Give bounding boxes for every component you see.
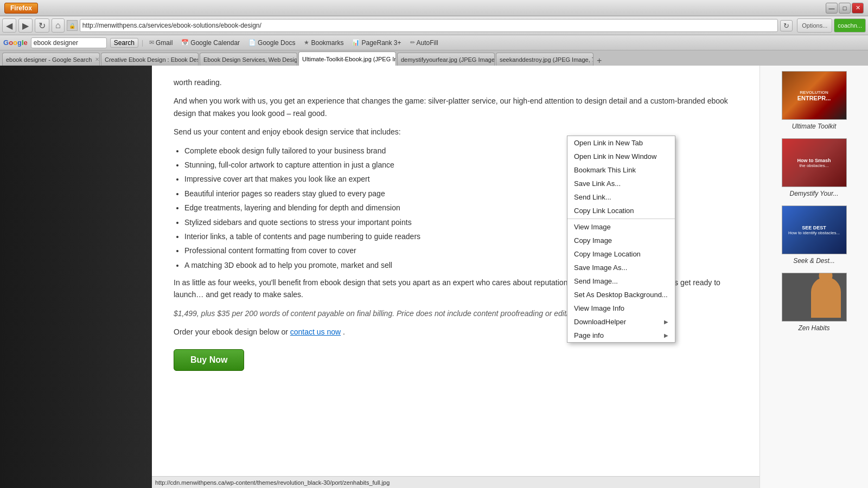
- main-area: worth reading. And when you work with us…: [0, 66, 868, 488]
- refresh-button[interactable]: ↻: [35, 18, 49, 33]
- cm-send-link[interactable]: Send Link...: [567, 190, 675, 204]
- home-button[interactable]: ⌂: [52, 18, 65, 33]
- bookmark-docs[interactable]: 📄 Google Docs: [246, 38, 298, 48]
- cm-view-image[interactable]: View Image: [567, 220, 675, 234]
- bookmark-bookmarks[interactable]: ★ Bookmarks: [301, 38, 346, 48]
- tab-2[interactable]: Ebook Design Services, Web Design S... ✕: [200, 53, 297, 66]
- sidebar-item-ultimate: REVOLUTION ENTREPR... Ultimate Toolkit: [765, 71, 863, 130]
- google-search-input[interactable]: ebook designer: [31, 37, 107, 48]
- cm-copy-image-location[interactable]: Copy Image Location: [567, 247, 675, 261]
- bookmark-calendar[interactable]: 📅 Google Calendar: [178, 38, 242, 48]
- cm-download-helper[interactable]: DownloadHelper ▶: [567, 315, 675, 329]
- back-button[interactable]: ◀: [2, 18, 16, 33]
- title-bar: Firefox — □ ✕: [0, 0, 868, 16]
- gmail-icon: ✉: [149, 39, 154, 46]
- demystify-cover: How to Smash the obstacles...: [782, 139, 846, 187]
- cm-view-image-info[interactable]: View Image Info: [567, 301, 675, 315]
- zen-label: Zen Habits: [798, 324, 829, 332]
- tab-3[interactable]: Ultimate-Toolkit-Ebook.jpg (JPEG Im... ✕: [298, 52, 396, 66]
- tab-1[interactable]: Creative Ebook Design : Ebook Desig... ✕: [101, 53, 199, 66]
- left-panel: [0, 66, 152, 488]
- zen-image[interactable]: [782, 273, 847, 322]
- tab-5[interactable]: seekanddestroy.jpg (JPEG Image, 792... ✕: [496, 53, 593, 66]
- cm-send-image[interactable]: Send Image...: [567, 274, 675, 288]
- address-bar[interactable]: http://menwithpens.ca/services/ebook-sol…: [80, 19, 778, 32]
- cm-copy-link-location[interactable]: Copy Link Location: [567, 204, 675, 217]
- demystify-image[interactable]: How to Smash the obstacles...: [782, 138, 847, 187]
- firefox-menu-button[interactable]: Firefox: [4, 3, 38, 14]
- bookmark-pagerank[interactable]: 📊 PageRank 3+: [349, 38, 404, 48]
- cm-arrow-page-info: ▶: [664, 332, 668, 338]
- cm-bookmark-link[interactable]: Bookmark This Link: [567, 163, 675, 177]
- status-text: http://cdn.menwithpens.ca/wp-content/the…: [155, 479, 390, 486]
- bookmarks-icon: ★: [304, 39, 309, 46]
- cm-open-new-tab[interactable]: Open Link in New Tab: [567, 136, 675, 150]
- para-worth: worth reading.: [174, 76, 738, 88]
- sidebar-item-demystify: How to Smash the obstacles... Demystify …: [765, 138, 863, 197]
- autofill-icon: ✏: [410, 39, 415, 46]
- seek-label: Seek & Dest...: [793, 257, 835, 265]
- cm-page-info[interactable]: Page info ▶: [567, 329, 675, 342]
- status-bar: http://cdn.menwithpens.ca/wp-content/the…: [152, 476, 760, 488]
- tab-0[interactable]: ebook designer - Google Search ✕: [2, 53, 100, 66]
- forward-button[interactable]: ▶: [18, 18, 33, 33]
- cm-separator-1: [567, 219, 675, 219]
- ultimate-label: Ultimate Toolkit: [792, 123, 837, 130]
- address-text: http://menwithpens.ca/services/ebook-sol…: [82, 22, 776, 29]
- seek-cover: SEE DEST How to identify obstacles...: [782, 206, 846, 254]
- coach-button[interactable]: coachn...: [834, 18, 866, 33]
- cm-save-link-as[interactable]: Save Link As...: [567, 177, 675, 190]
- right-sidebar: REVOLUTION ENTREPR... Ultimate Toolkit H…: [760, 66, 868, 488]
- contact-link[interactable]: contact us now: [290, 328, 341, 336]
- cm-arrow-download: ▶: [664, 319, 668, 325]
- close-button[interactable]: ✕: [852, 3, 864, 14]
- context-menu: Open Link in New Tab Open Link in New Wi…: [567, 136, 675, 343]
- navigation-bar: ◀ ▶ ↻ ⌂ 🔒 http://menwithpens.ca/services…: [0, 16, 868, 35]
- options-button[interactable]: Options...: [797, 18, 832, 33]
- ultimate-toolkit-image[interactable]: REVOLUTION ENTREPR...: [782, 71, 847, 120]
- bookmarks-bar: Google ebook designer Search | ✉ Gmail 📅…: [0, 35, 868, 50]
- demystify-label: Demystify Your...: [789, 190, 838, 197]
- calendar-icon: 📅: [181, 39, 189, 46]
- bookmark-gmail[interactable]: ✉ Gmail: [146, 38, 175, 48]
- cm-open-new-window[interactable]: Open Link in New Window: [567, 150, 675, 163]
- pagerank-icon: 📊: [352, 39, 360, 46]
- cm-set-desktop-bg[interactable]: Set As Desktop Background...: [567, 288, 675, 301]
- cm-save-image-as[interactable]: Save Image As...: [567, 261, 675, 274]
- bookmark-autofill[interactable]: ✏ AutoFill: [407, 38, 441, 48]
- minimize-button[interactable]: —: [826, 3, 838, 14]
- reload-button[interactable]: ↻: [780, 20, 793, 31]
- sidebar-item-zen: Zen Habits: [765, 273, 863, 332]
- sidebar-item-seek: SEE DEST How to identify obstacles... Se…: [765, 206, 863, 265]
- tab-close-0[interactable]: ✕: [95, 56, 99, 62]
- google-search-button[interactable]: Search: [110, 38, 138, 48]
- ultimate-cover: REVOLUTION ENTREPR...: [782, 72, 846, 119]
- tab-4[interactable]: demystifyyourfear.jpg (JPEG Image, 7... …: [397, 53, 495, 66]
- google-logo: Google: [3, 38, 28, 47]
- para-experience: And when you work with us, you get an ex…: [174, 95, 738, 119]
- window-controls: — □ ✕: [826, 3, 864, 14]
- new-tab-button[interactable]: +: [597, 56, 602, 66]
- seek-image[interactable]: SEE DEST How to identify obstacles...: [782, 206, 847, 254]
- buy-now-button[interactable]: Buy Now: [174, 349, 244, 371]
- tabs-bar: ebook designer - Google Search ✕ Creativ…: [0, 50, 868, 66]
- cm-copy-image[interactable]: Copy Image: [567, 234, 675, 247]
- maximize-button[interactable]: □: [839, 3, 851, 14]
- docs-icon: 📄: [248, 39, 256, 46]
